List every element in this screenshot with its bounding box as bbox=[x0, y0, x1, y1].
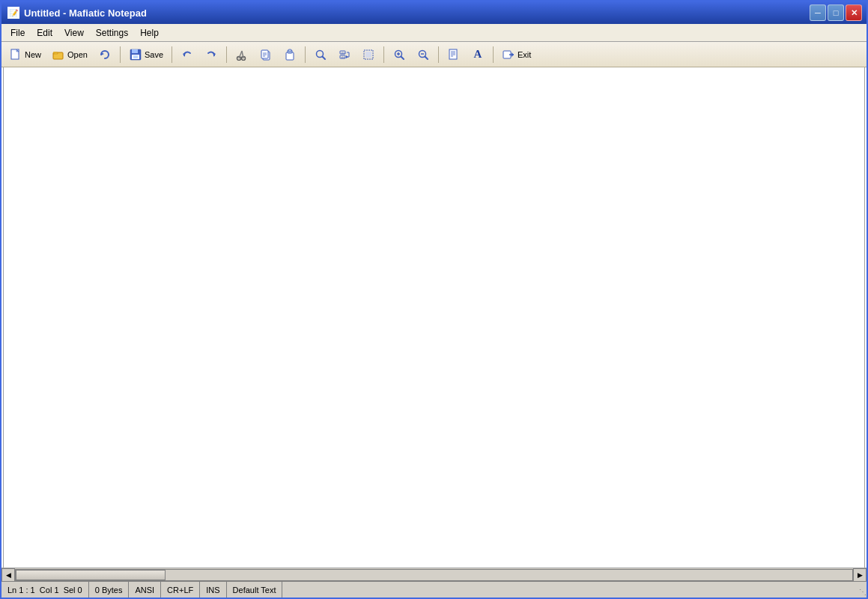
svg-rect-3 bbox=[53, 52, 57, 53]
open-button[interactable]: Open bbox=[47, 44, 92, 65]
menu-view[interactable]: View bbox=[58, 26, 90, 40]
save-label: Save bbox=[145, 50, 163, 59]
status-bar: Ln 1 : 1 Col 1 Sel 0 0 Bytes ANSI CR+LF … bbox=[1, 581, 867, 598]
menu-help[interactable]: Help bbox=[134, 26, 165, 40]
copy-icon bbox=[259, 48, 273, 61]
sep-2 bbox=[172, 46, 172, 63]
page-setup-button[interactable] bbox=[443, 44, 465, 65]
svg-line-33 bbox=[401, 56, 404, 59]
exit-label: Exit bbox=[518, 50, 531, 59]
svg-marker-29 bbox=[346, 55, 348, 58]
resize-grip[interactable]: ⋱ bbox=[855, 584, 867, 596]
svg-rect-6 bbox=[132, 49, 138, 53]
svg-line-24 bbox=[323, 56, 326, 59]
find-button[interactable] bbox=[309, 44, 332, 65]
select-all-button[interactable] bbox=[357, 44, 380, 65]
svg-rect-39 bbox=[449, 49, 457, 59]
status-bytes: 0 Bytes bbox=[89, 582, 130, 598]
exit-button[interactable]: Exit bbox=[497, 44, 535, 65]
zoom-out-icon bbox=[416, 48, 430, 61]
select-all-icon bbox=[362, 48, 375, 61]
svg-marker-4 bbox=[101, 52, 104, 55]
sep-1 bbox=[120, 46, 121, 63]
status-encoding: ANSI bbox=[129, 582, 161, 598]
copy-button[interactable] bbox=[255, 44, 277, 65]
open-label: Open bbox=[67, 50, 88, 59]
toolbar: New Open bbox=[1, 42, 867, 67]
new-icon bbox=[9, 48, 22, 61]
svg-rect-22 bbox=[288, 49, 291, 52]
reload-button[interactable] bbox=[94, 44, 116, 65]
cut-icon bbox=[235, 48, 249, 61]
paste-icon bbox=[283, 48, 297, 61]
title-bar-left: 📝 Untitled - Mafiatic Notepad bbox=[7, 7, 147, 19]
undo-button[interactable] bbox=[176, 44, 198, 65]
replace-button[interactable]: abc abc bbox=[333, 44, 356, 65]
redo-button[interactable] bbox=[200, 44, 222, 65]
sep-4 bbox=[305, 46, 306, 63]
menu-settings[interactable]: Settings bbox=[90, 26, 134, 40]
scroll-left-button[interactable]: ◀ bbox=[1, 568, 15, 582]
undo-icon bbox=[180, 48, 194, 61]
zoom-in-button[interactable] bbox=[388, 44, 410, 65]
svg-text:abc: abc bbox=[342, 55, 346, 58]
cut-button[interactable] bbox=[231, 44, 253, 65]
scroll-right-button[interactable]: ▶ bbox=[853, 568, 867, 582]
sep-5 bbox=[383, 46, 384, 63]
minimize-button[interactable]: ─ bbox=[810, 4, 826, 21]
save-button[interactable]: Save bbox=[124, 44, 168, 65]
paste-button[interactable] bbox=[279, 44, 301, 65]
status-insert-mode: INS bbox=[200, 582, 226, 598]
svg-rect-8 bbox=[133, 55, 138, 58]
open-icon bbox=[52, 48, 65, 61]
window-controls: ─ □ ✕ bbox=[810, 4, 862, 21]
zoom-out-button[interactable] bbox=[412, 44, 434, 65]
exit-icon bbox=[502, 48, 515, 61]
sep-6 bbox=[438, 46, 439, 63]
sep-3 bbox=[226, 46, 227, 63]
app-window: 📝 Untitled - Mafiatic Notepad ─ □ ✕ File… bbox=[0, 0, 868, 599]
zoom-in-icon bbox=[392, 48, 406, 61]
editor-wrapper bbox=[3, 67, 865, 568]
app-icon: 📝 bbox=[7, 7, 19, 19]
scroll-thumb[interactable] bbox=[16, 570, 166, 580]
svg-marker-10 bbox=[213, 52, 216, 57]
window-title: Untitled - Mafiatic Notepad bbox=[24, 7, 147, 19]
title-bar: 📝 Untitled - Mafiatic Notepad ─ □ ✕ bbox=[1, 1, 867, 24]
new-label: New bbox=[25, 50, 41, 59]
menu-edit[interactable]: Edit bbox=[31, 26, 58, 40]
svg-rect-16 bbox=[261, 50, 268, 58]
menu-bar: File Edit View Settings Help bbox=[1, 24, 867, 42]
reload-icon bbox=[98, 48, 112, 61]
font-icon: A bbox=[471, 48, 485, 61]
svg-marker-46 bbox=[512, 52, 514, 57]
status-font: Default Text bbox=[227, 582, 283, 598]
font-button[interactable]: A bbox=[467, 44, 489, 65]
svg-marker-9 bbox=[183, 52, 185, 57]
horizontal-scrollbar: ◀ ▶ bbox=[1, 568, 867, 581]
main-content: ◀ ▶ Ln 1 : 1 Col 1 Sel 0 0 Bytes ANSI bbox=[1, 67, 867, 598]
replace-icon: abc abc bbox=[338, 48, 351, 61]
svg-text:abc: abc bbox=[342, 51, 346, 54]
maximize-button[interactable]: □ bbox=[828, 4, 844, 21]
svg-rect-31 bbox=[365, 52, 371, 58]
menu-file[interactable]: File bbox=[4, 26, 31, 40]
find-icon bbox=[314, 48, 327, 61]
status-line-ending: CR+LF bbox=[161, 582, 200, 598]
close-button[interactable]: ✕ bbox=[846, 4, 862, 21]
new-button[interactable]: New bbox=[4, 44, 46, 65]
text-editor[interactable] bbox=[4, 67, 864, 96]
svg-line-37 bbox=[425, 56, 428, 59]
page-setup-icon bbox=[447, 48, 461, 61]
status-position: Ln 1 : 1 Col 1 Sel 0 bbox=[1, 582, 89, 598]
sep-7 bbox=[493, 46, 494, 63]
save-icon bbox=[129, 48, 142, 61]
redo-icon bbox=[204, 48, 218, 61]
scroll-track[interactable] bbox=[15, 569, 853, 581]
